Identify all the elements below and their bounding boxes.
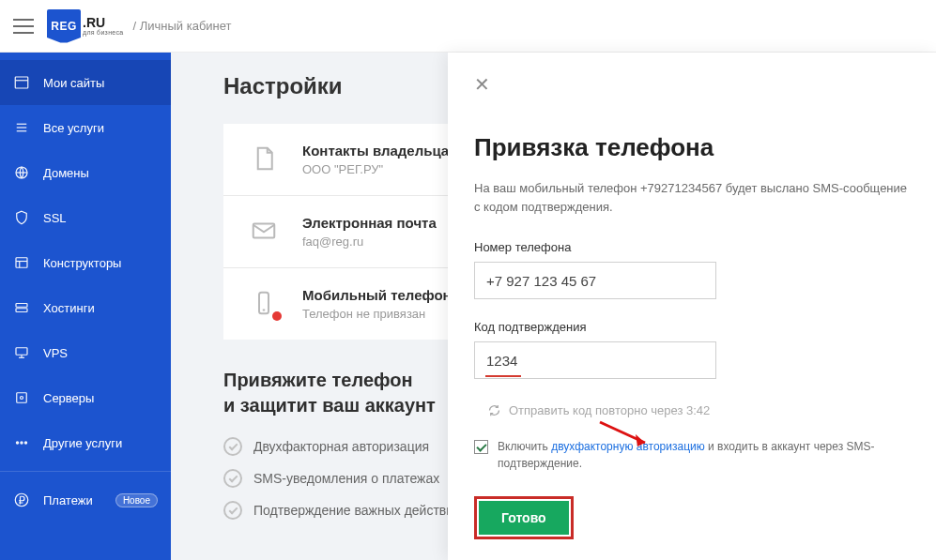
svg-rect-11 xyxy=(16,309,27,312)
check-icon xyxy=(223,437,242,456)
twofa-text: Включить двухфакторную авторизацию и вхо… xyxy=(498,438,910,472)
sidebar-item-hosting[interactable]: Хостинги xyxy=(0,285,171,330)
svg-point-16 xyxy=(21,397,23,400)
phone-title: Мобильный телефон xyxy=(302,287,452,303)
sidebar-item-label: SSL xyxy=(43,211,158,225)
svg-point-20 xyxy=(15,493,28,507)
document-icon xyxy=(248,143,280,174)
twofa-checkbox[interactable] xyxy=(474,440,488,454)
logo-sub: для бизнеса xyxy=(83,29,124,36)
email-title: Электронная почта xyxy=(302,215,437,231)
sidebar-item-label: VPS xyxy=(43,346,158,360)
vps-icon xyxy=(13,344,30,361)
sidebar-item-vps[interactable]: VPS xyxy=(0,330,171,375)
close-icon[interactable]: ✕ xyxy=(474,73,490,96)
globe-icon xyxy=(13,164,30,181)
svg-rect-12 xyxy=(16,348,27,356)
builder-icon xyxy=(13,254,30,271)
menu-toggle[interactable] xyxy=(13,19,34,34)
contacts-title: Контакты владельца xyxy=(302,143,449,159)
check-icon xyxy=(223,469,242,488)
sidebar-item-label: Другие услуги xyxy=(43,436,158,450)
shield-icon xyxy=(13,209,30,226)
sidebar-item-ssl[interactable]: SSL xyxy=(0,195,171,240)
submit-button[interactable]: Готово xyxy=(479,501,569,535)
breadcrumb: / Личный кабинет xyxy=(133,19,232,33)
phone-field-label: Номер телефона xyxy=(474,240,910,254)
phone-input[interactable] xyxy=(474,262,716,299)
check-icon xyxy=(223,501,242,520)
sidebar-separator xyxy=(0,471,171,472)
twofa-link[interactable]: двухфакторную авторизацию xyxy=(551,440,705,453)
svg-rect-7 xyxy=(16,258,27,268)
logo-reg: REG xyxy=(51,20,77,33)
logo[interactable]: REG .RU для бизнеса xyxy=(47,9,124,43)
sidebar-item-servers[interactable]: Серверы xyxy=(0,375,171,420)
twofa-row: Включить двухфакторную авторизацию и вхо… xyxy=(474,438,910,472)
phone-value: Телефон не привязан xyxy=(302,307,452,321)
server-icon xyxy=(13,389,30,406)
sidebar-item-label: Конструкторы xyxy=(43,256,158,270)
code-field-label: Код подтверждения xyxy=(474,320,910,334)
modal-description: На ваш мобильный телефон +79271234567 бу… xyxy=(474,179,910,216)
alert-dot-icon xyxy=(272,311,282,321)
sidebar-item-label: Платежи xyxy=(43,493,102,507)
refresh-icon xyxy=(487,403,501,417)
svg-point-19 xyxy=(24,442,26,444)
mail-icon xyxy=(248,215,280,247)
sidebar-item-label: Хостинги xyxy=(43,301,158,315)
sidebar-item-label: Серверы xyxy=(43,391,158,405)
sidebar-item-label: Все услуги xyxy=(43,121,158,135)
sidebar-item-all-services[interactable]: Все услуги xyxy=(0,105,171,150)
dots-icon xyxy=(13,434,30,451)
code-input[interactable] xyxy=(474,341,716,379)
email-value: faq@reg.ru xyxy=(302,235,437,249)
ruble-icon xyxy=(13,492,30,508)
sidebar-item-domains[interactable]: Домены xyxy=(0,150,171,195)
svg-rect-15 xyxy=(17,393,27,403)
list-icon xyxy=(13,119,30,136)
resend-timer: Отправить код повторно через 3:42 xyxy=(487,403,910,417)
sidebar: Мои сайты Все услуги Домены SSL Конструк… xyxy=(0,53,171,560)
sidebar-item-label: Домены xyxy=(43,166,158,180)
content-area: Настройки Контакты владельца ООО "РЕГ.РУ… xyxy=(171,53,936,560)
contacts-value: ООО "РЕГ.РУ" xyxy=(302,162,449,176)
new-badge: Новое xyxy=(115,493,158,507)
modal-title: Привязка телефона xyxy=(474,133,910,162)
sidebar-item-label: Мои сайты xyxy=(43,76,158,90)
header: REG .RU для бизнеса / Личный кабинет xyxy=(0,0,936,53)
sidebar-item-payments[interactable]: Платежи Новое xyxy=(0,477,171,522)
phone-icon xyxy=(248,287,280,319)
bind-phone-modal: ✕ Привязка телефона На ваш мобильный тел… xyxy=(448,53,936,560)
svg-rect-21 xyxy=(253,224,275,238)
host-icon xyxy=(13,299,30,316)
svg-rect-0 xyxy=(15,77,28,88)
sites-icon xyxy=(13,74,30,91)
sidebar-item-other[interactable]: Другие услуги xyxy=(0,420,171,465)
svg-point-17 xyxy=(16,442,18,444)
svg-point-18 xyxy=(21,442,23,444)
sidebar-item-builders[interactable]: Конструкторы xyxy=(0,240,171,285)
svg-rect-10 xyxy=(16,304,27,308)
logo-tld: .RU xyxy=(83,16,124,29)
submit-highlight: Готово xyxy=(474,496,574,539)
sidebar-item-my-sites[interactable]: Мои сайты xyxy=(0,60,171,105)
